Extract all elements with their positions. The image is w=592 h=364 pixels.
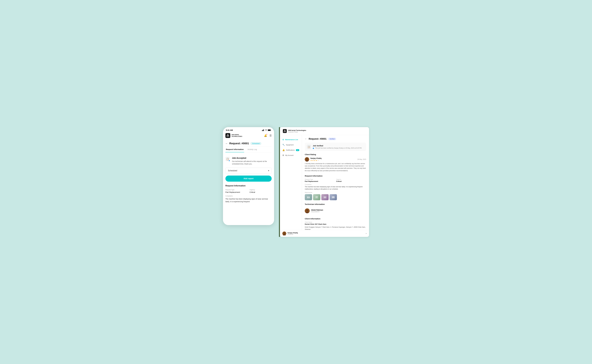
bottom-chevron-icon[interactable]: ▾ bbox=[366, 233, 367, 234]
svg-point-25 bbox=[306, 209, 308, 211]
star-1: ★ bbox=[310, 160, 312, 162]
desktop-urgency-value: Critical bbox=[336, 180, 366, 182]
notification-dot bbox=[266, 134, 267, 135]
review-text: I recently hired a technician for a main… bbox=[305, 162, 366, 172]
equipment-icon: 🔧 bbox=[282, 144, 285, 146]
reviewer-info: Sanjay Khaliq ★ ★ ★ ★ ★ 26 May, 2023 bbox=[305, 157, 366, 162]
notifications-badge: 20 bbox=[296, 149, 299, 151]
reviewer-date: 26 May, 2023 bbox=[357, 158, 366, 160]
attachment-1[interactable] bbox=[305, 194, 312, 200]
phone-section-title: Request Information bbox=[225, 185, 272, 187]
svg-rect-9 bbox=[283, 129, 287, 133]
mobile-phone: 9:41 AM bbox=[223, 127, 274, 225]
desktop-request-title: Request: #0001 bbox=[309, 137, 327, 140]
bottom-user-name: Sanjay Khaliq bbox=[288, 232, 298, 234]
menu-icon[interactable]: ☰ bbox=[270, 134, 272, 137]
battery-icon bbox=[268, 129, 271, 131]
bottom-user: Sanjay Khaliq Customer bbox=[282, 232, 298, 235]
job-verified-description: This job has been verified by Sanjay Kha… bbox=[315, 147, 362, 149]
desktop-logo: AIM Aerial Technologies Customer Portal bbox=[283, 129, 306, 133]
phone-nav-icons: 🔔 ☰ bbox=[264, 134, 272, 137]
client-info-title: Client Information bbox=[305, 218, 366, 220]
desktop-request-info-section: Request Information Request Type Part Re… bbox=[305, 175, 366, 200]
phone-tabs: Request Information Activity Log bbox=[225, 147, 272, 152]
job-status-dot bbox=[229, 160, 230, 162]
desktop-bottom-bar: Sanjay Khaliq Customer ▾ bbox=[280, 230, 369, 237]
client-name: Dental Clinic SS7 Shah Alam bbox=[305, 223, 366, 225]
bottom-user-avatar bbox=[282, 232, 286, 235]
attachment-4-icon bbox=[331, 196, 335, 199]
desktop-urgency-label: Urgency bbox=[336, 179, 366, 180]
tab-activity-log[interactable]: Activity Log bbox=[247, 147, 257, 152]
desktop-main-content: ← Request: #0001 Verified 📋 Job Verified… bbox=[302, 135, 369, 230]
attachments-row bbox=[305, 194, 366, 200]
technician-section: Technician Information Abdul Rahman A012… bbox=[305, 203, 366, 215]
attachment-2[interactable] bbox=[313, 194, 320, 200]
attachment-3[interactable] bbox=[321, 194, 329, 200]
complaints-label: Complaints bbox=[225, 195, 272, 197]
attachment-4[interactable] bbox=[329, 194, 337, 200]
technician-avatar bbox=[305, 208, 310, 213]
star-4: ★ bbox=[316, 160, 317, 162]
technician-id: A012345678 bbox=[311, 211, 323, 213]
desktop-back-button[interactable]: ← bbox=[305, 138, 307, 140]
request-title: Request: #0001 bbox=[229, 142, 249, 145]
sidebar: ⊙ Maintenance List 🔧 Equipment 🔔 Notific… bbox=[280, 135, 302, 230]
job-accepted-title: Job Accepted bbox=[232, 157, 272, 159]
desktop-request-type-value: Part Replacement bbox=[305, 180, 335, 182]
desktop-body: ⊙ Maintenance List 🔧 Equipment 🔔 Notific… bbox=[280, 135, 369, 230]
job-verified-content: Job Verified This job has been verified … bbox=[313, 145, 362, 149]
urgency-label: Urgency bbox=[250, 189, 272, 191]
scheduled-value: Scheduled bbox=[228, 169, 237, 172]
star-rating: ★ ★ ★ ★ ★ bbox=[310, 160, 322, 162]
tab-request-information[interactable]: Request Information bbox=[225, 147, 244, 152]
technician-card: Abdul Rahman A012345678 bbox=[305, 207, 366, 215]
job-text: Job Accepted Our technician will attend … bbox=[232, 157, 272, 165]
sidebar-item-equipment[interactable]: 🔧 Equipment bbox=[280, 142, 302, 147]
sidebar-item-account-label: My Account bbox=[285, 154, 293, 156]
desktop-request-type-label: Request Type bbox=[305, 179, 335, 180]
job-accepted-description: Our technician will attend to this reque… bbox=[232, 160, 272, 165]
job-verified-title: Job Verified bbox=[313, 145, 362, 147]
svg-rect-10 bbox=[284, 132, 285, 132]
phone-content: ← Request: #0001 Scheduled Request Infor… bbox=[223, 140, 274, 225]
job-accepted-card: 📋 Job Accepted Our technician will atten… bbox=[225, 155, 272, 168]
phone-logo: AIM AERIAL TECHNOLOGIES bbox=[225, 133, 242, 138]
sidebar-item-maintenance[interactable]: ⊙ Maintenance List bbox=[280, 137, 302, 142]
phone-logo-text: AIM AERIAL TECHNOLOGIES bbox=[231, 134, 242, 137]
sidebar-item-account[interactable]: ⚙ My Account bbox=[280, 153, 302, 158]
svg-rect-22 bbox=[332, 197, 334, 198]
request-type-label: Request Type bbox=[225, 189, 248, 191]
svg-rect-18 bbox=[316, 197, 317, 197]
star-2: ★ bbox=[312, 160, 314, 162]
svg-rect-14 bbox=[307, 196, 310, 198]
add-report-button[interactable]: Add report bbox=[225, 176, 272, 182]
attachments-label: Attachments bbox=[305, 192, 366, 193]
svg-rect-23 bbox=[332, 196, 334, 197]
technician-name: Abdul Rahman bbox=[311, 209, 323, 211]
phone-time: 9:41 AM bbox=[226, 129, 233, 131]
job-verified-card: 📋 Job Verified This job has been verifie… bbox=[305, 143, 366, 151]
svg-rect-8 bbox=[227, 136, 228, 137]
phone-info-grid: Request Type Part Replacement Urgency Cr… bbox=[225, 189, 272, 193]
technician-section-title: Technician Information bbox=[305, 203, 366, 205]
notification-bell-icon[interactable]: 🔔 bbox=[264, 134, 267, 137]
svg-rect-5 bbox=[271, 130, 271, 130]
wifi-icon bbox=[265, 130, 267, 131]
job-verified-icon: 📋 bbox=[307, 145, 311, 149]
svg-rect-2 bbox=[263, 130, 263, 131]
reviewer-avatar bbox=[305, 157, 309, 162]
sidebar-item-notifications[interactable]: 🔔 Notifications 20 bbox=[280, 147, 302, 153]
attachment-3-icon bbox=[323, 196, 327, 199]
svg-rect-1 bbox=[263, 130, 263, 131]
back-button[interactable]: ← bbox=[225, 142, 228, 145]
client-rating-title: Client Rating bbox=[305, 153, 366, 156]
scheduled-dropdown[interactable]: Scheduled ▾ bbox=[225, 168, 272, 174]
desktop-complaints-label: Complaints bbox=[305, 184, 366, 185]
request-type-item: Request Type Part Replacement bbox=[225, 189, 248, 193]
job-icon: 📋 bbox=[225, 157, 230, 162]
desktop-urgency-item: Urgency Critical bbox=[336, 179, 366, 182]
desktop-info-grid: Request Type Part Replacement Urgency Cr… bbox=[305, 179, 366, 182]
desktop-panel: AIM Aerial Technologies Customer Portal … bbox=[280, 127, 369, 237]
request-type-value: Part Replacement bbox=[225, 191, 248, 193]
